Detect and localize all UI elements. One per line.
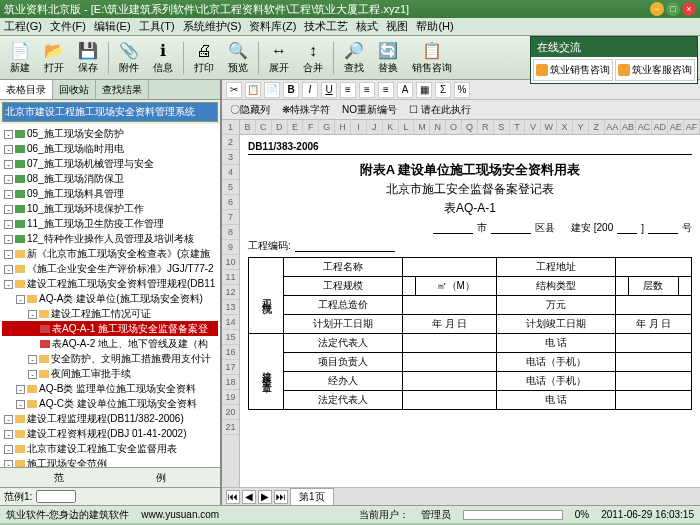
toolbar-打印[interactable]: 🖨打印 [188, 39, 220, 77]
menubar: 工程(G)文件(F)编辑(E)工具(T)系统维护(S)资料库(Z)技术工艺核式视… [0, 18, 700, 36]
tree-node[interactable]: -建设工程施工情况可证 [2, 306, 218, 321]
toolbar-合并[interactable]: ↕合并 [297, 39, 329, 77]
tab-first-icon[interactable]: ⏮ [226, 490, 240, 504]
sum-icon[interactable]: Σ [435, 82, 451, 98]
special-char-button[interactable]: ❋特殊字符 [278, 102, 334, 118]
color-icon[interactable]: A [397, 82, 413, 98]
renumber-button[interactable]: NO重新编号 [338, 102, 401, 118]
progress-bar [463, 510, 563, 520]
menu-item[interactable]: 工具(T) [139, 19, 175, 34]
tree-node[interactable]: -AQ-A类 建设单位(施工现场安全资料) [2, 291, 218, 306]
toolbar-预览[interactable]: 🔍预览 [222, 39, 254, 77]
close-button[interactable]: × [682, 2, 696, 16]
align-center-icon[interactable]: ≡ [359, 82, 375, 98]
保存-icon: 💾 [78, 41, 98, 61]
maximize-button[interactable]: □ [666, 2, 680, 16]
toolbar-保存[interactable]: 💾保存 [72, 39, 104, 77]
tree-node[interactable]: -AQ-B类 监理单位施工现场安全资料 [2, 381, 218, 396]
field-district[interactable] [491, 222, 531, 234]
toolbar-展开[interactable]: ↔展开 [263, 39, 295, 77]
form-table: 工程概况 工程名称工程地址 工程规模㎡（M）结构类型层数 工程总造价万元 计划开… [248, 257, 692, 410]
toolbar-销售咨询[interactable]: 📋销售咨询 [406, 39, 458, 77]
minimize-button[interactable]: − [650, 2, 664, 16]
paste-icon[interactable]: 📄 [264, 82, 280, 98]
tree-node[interactable]: -施工现场安全范例 [2, 456, 218, 467]
spreadsheet[interactable]: BCDEFGHIJKLMNOQRSTVWXYZAAABACADAEAF DB11… [240, 120, 700, 487]
range-row: 范例1: [0, 487, 220, 505]
left-tab[interactable]: 回收站 [53, 80, 96, 99]
left-tab[interactable]: 表格目录 [0, 80, 53, 99]
预览-icon: 🔍 [228, 41, 248, 61]
toolbar-打开[interactable]: 📂打开 [38, 39, 70, 77]
field-city[interactable] [433, 222, 473, 234]
tree-node[interactable]: -AQ-C类 建设单位施工现场安全资料 [2, 396, 218, 411]
tree-node[interactable]: -建设工程施工现场安全资料管理规程(DB11 [2, 276, 218, 291]
align-left-icon[interactable]: ≡ [340, 82, 356, 98]
查找-icon: 🔎 [344, 41, 364, 61]
toolbar-信息[interactable]: ℹ信息 [147, 39, 179, 77]
tree-node[interactable]: -北京市建设工程施工安全监督用表 [2, 441, 218, 456]
tree-node[interactable]: -05_施工现场安全防护 [2, 126, 218, 141]
tab-next-icon[interactable]: ▶ [258, 490, 272, 504]
doc-code: DB11/383-2006 [248, 139, 692, 155]
document-form: DB11/383-2006 附表A 建设单位施工现场安全资料用表 北京市施工安全… [240, 135, 700, 414]
tree-node[interactable]: -新《北京市施工现场安全检查表》(京建施 [2, 246, 218, 261]
tree-node[interactable]: -建设工程资料规程(DBJ 01-41-2002) [2, 426, 218, 441]
menu-item[interactable]: 资料库(Z) [249, 19, 296, 34]
toolbar-查找[interactable]: 🔎查找 [338, 39, 370, 77]
menu-item[interactable]: 视图 [386, 19, 408, 34]
system-dropdown[interactable]: 北京市建设工程施工现场安全资料管理系统 [2, 102, 218, 122]
hide-col-button[interactable]: 〇隐藏列 [226, 102, 274, 118]
col-headers: BCDEFGHIJKLMNOQRSTVWXYZAAABACADAEAF [240, 120, 700, 135]
row-headers: 123456789101112131415161718192021 [222, 120, 240, 487]
新建-icon: 📄 [10, 41, 30, 61]
field-no[interactable] [648, 222, 678, 234]
tree-node[interactable]: -安全防护、文明施工措施费用支付计 [2, 351, 218, 366]
menu-item[interactable]: 技术工艺 [304, 19, 348, 34]
tree-node[interactable]: -夜间施工审批手续 [2, 366, 218, 381]
tab-prev-icon[interactable]: ◀ [242, 490, 256, 504]
user-label: 当前用户： [359, 508, 409, 522]
left-tab[interactable]: 查找结果 [96, 80, 149, 99]
tree-node[interactable]: -10_施工现场环境保护工作 [2, 201, 218, 216]
销售咨询-icon: 📋 [422, 41, 442, 61]
chat-sales-button[interactable]: 筑业销售咨询 [533, 59, 613, 81]
tab-last-icon[interactable]: ⏭ [274, 490, 288, 504]
tree-node[interactable]: -《施工企业安全生产评价标准》JGJ/T77-2 [2, 261, 218, 276]
align-right-icon[interactable]: ≡ [378, 82, 394, 98]
tree-node[interactable]: -12_特种作业操作人员管理及培训考核 [2, 231, 218, 246]
menu-item[interactable]: 系统维护(S) [183, 19, 242, 34]
underline-icon[interactable]: U [321, 82, 337, 98]
field-year[interactable] [617, 222, 637, 234]
menu-item[interactable]: 工程(G) [4, 19, 42, 34]
menu-item[interactable]: 核式 [356, 19, 378, 34]
toolbar-替换[interactable]: 🔄替换 [372, 39, 404, 77]
toolbar-附件[interactable]: 📎附件 [113, 39, 145, 77]
chat-support-button[interactable]: 筑业客服咨询 [615, 59, 695, 81]
tree-node[interactable]: -11_施工现场卫生防疫工作管理 [2, 216, 218, 231]
percent-icon[interactable]: % [454, 82, 470, 98]
tree-node[interactable]: 表AQ-A-1 施工现场安全监督备案登 [2, 321, 218, 336]
exec-checkbox[interactable]: ☐ 请在此执行 [405, 102, 475, 118]
cut-icon[interactable]: ✂ [226, 82, 242, 98]
tree-view[interactable]: -05_施工现场安全防护-06_施工现场临时用电-07_施工现场机械管理与安全-… [0, 124, 220, 467]
bold-icon[interactable]: B [283, 82, 299, 98]
menu-item[interactable]: 编辑(E) [94, 19, 131, 34]
tree-node[interactable]: -08_施工现场消防保卫 [2, 171, 218, 186]
打开-icon: 📂 [44, 41, 64, 61]
tree-node[interactable]: -建设工程监理规程(DB11/382-2006) [2, 411, 218, 426]
menu-item[interactable]: 文件(F) [50, 19, 86, 34]
fill-icon[interactable]: ▦ [416, 82, 432, 98]
field-project-code[interactable] [295, 240, 395, 252]
sheet-tab-1[interactable]: 第1页 [290, 488, 334, 506]
toolbar-新建[interactable]: 📄新建 [4, 39, 36, 77]
tree-node[interactable]: -07_施工现场机械管理与安全 [2, 156, 218, 171]
left-footer: 范例 [0, 467, 220, 487]
italic-icon[interactable]: I [302, 82, 318, 98]
tree-node[interactable]: 表AQ-A-2 地上、地下管线及建（构 [2, 336, 218, 351]
range-input[interactable] [36, 490, 76, 503]
tree-node[interactable]: -06_施工现场临时用电 [2, 141, 218, 156]
tree-node[interactable]: -09_施工现场料具管理 [2, 186, 218, 201]
menu-item[interactable]: 帮助(H) [416, 19, 453, 34]
copy-icon[interactable]: 📋 [245, 82, 261, 98]
